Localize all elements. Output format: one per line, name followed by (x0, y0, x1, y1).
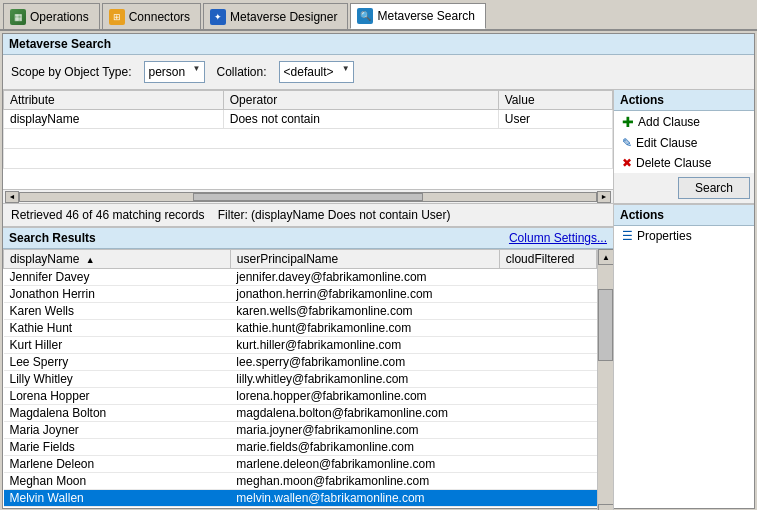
actions-bottom: Actions ☰ Properties (614, 204, 754, 246)
edit-clause-label: Edit Clause (636, 136, 697, 150)
table-row[interactable]: Kurt Hillerkurt.hiller@fabrikamonline.co… (4, 337, 597, 354)
table-row[interactable]: Lilly Whitleylilly.whitley@fabrikamonlin… (4, 371, 597, 388)
cell-cloudfiltered (499, 303, 596, 320)
properties-item[interactable]: ☰ Properties (614, 226, 754, 246)
collation-select[interactable]: <default> (279, 61, 354, 83)
cell-displayname: Marie Fields (4, 439, 231, 456)
table-row[interactable]: Maria Joynermaria.joyner@fabrikamonline.… (4, 422, 597, 439)
tab-bar: ▦ Operations ⊞ Connectors ✦ Metaverse De… (0, 0, 757, 31)
tab-metaverse-designer[interactable]: ✦ Metaverse Designer (203, 3, 348, 29)
properties-label: Properties (637, 229, 692, 243)
cell-cloudfiltered: true (499, 507, 596, 511)
tab-connectors[interactable]: ⊞ Connectors (102, 3, 201, 29)
actions-top-title: Actions (614, 90, 754, 111)
col-cloudfiltered[interactable]: cloudFiltered (499, 250, 596, 269)
cell-displayname: Magdalena Bolton (4, 405, 231, 422)
cell-displayname: Melvin Wallen (4, 490, 231, 507)
tab-metaverse-search[interactable]: 🔍 Metaverse Search (350, 3, 485, 29)
results-body: displayName ▲ userPrincipalName cloudFil… (3, 249, 613, 510)
scope-select[interactable]: person (144, 61, 205, 83)
delete-clause-icon: ✖ (622, 156, 632, 170)
cell-displayname: Kathie Hunt (4, 320, 231, 337)
main-panel: Metaverse Search Scope by Object Type: p… (2, 33, 755, 509)
left-panel: Attribute Operator Value displayName Doe… (3, 90, 614, 510)
table-row[interactable]: Melvin Wallenmelvin.wallen@fabrikamonlin… (4, 490, 597, 507)
connectors-icon: ⊞ (109, 9, 125, 25)
tab-operations[interactable]: ▦ Operations (3, 3, 100, 29)
tab-connectors-label: Connectors (129, 10, 190, 24)
cell-displayname: Lee Sperry (4, 354, 231, 371)
cell-cloudfiltered (499, 371, 596, 388)
table-row[interactable]: MSOL_0b0b7554b242MSOL_0b0b7554b242@fabri… (4, 507, 597, 511)
col-upn[interactable]: userPrincipalName (230, 250, 499, 269)
actions-top: Actions ✚ Add Clause ✎ Edit Clause ✖ Del… (614, 90, 754, 173)
table-row[interactable]: Jonathon Herrinjonathon.herrin@fabrikamo… (4, 286, 597, 303)
cell-displayname: Jennifer Davey (4, 269, 231, 286)
attr-cell-value: User (498, 110, 612, 129)
table-row[interactable]: Lorena Hopperlorena.hopper@fabrikamonlin… (4, 388, 597, 405)
properties-icon: ☰ (622, 229, 633, 243)
tab-operations-label: Operations (30, 10, 89, 24)
attr-row[interactable]: displayName Does not contain User (4, 110, 613, 129)
cell-cloudfiltered (499, 388, 596, 405)
cell-displayname: Lorena Hopper (4, 388, 231, 405)
table-row[interactable]: Marlene Deleonmarlene.deleon@fabrikamonl… (4, 456, 597, 473)
cell-userprincipalname: meghan.moon@fabrikamonline.com (230, 473, 499, 490)
attr-col-operator: Operator (223, 91, 498, 110)
hscroll-track[interactable] (19, 192, 597, 202)
edit-clause-icon: ✎ (622, 136, 632, 150)
cell-userprincipalname: kathie.hunt@fabrikamonline.com (230, 320, 499, 337)
results-table-scroll: displayName ▲ userPrincipalName cloudFil… (3, 249, 597, 510)
horizontal-scrollbar[interactable]: ◄ ► (3, 190, 613, 204)
table-row[interactable]: Magdalena Boltonmagdalena.bolton@fabrika… (4, 405, 597, 422)
hscroll-right-btn[interactable]: ► (597, 191, 611, 203)
content-layout: Attribute Operator Value displayName Doe… (3, 90, 754, 510)
table-row[interactable]: Meghan Moonmeghan.moon@fabrikamonline.co… (4, 473, 597, 490)
vscroll-thumb[interactable] (598, 289, 613, 361)
delete-clause-label: Delete Clause (636, 156, 711, 170)
section-title: Metaverse Search (3, 34, 754, 55)
table-row[interactable]: Marie Fieldsmarie.fields@fabrikamonline.… (4, 439, 597, 456)
vscroll-track[interactable] (598, 265, 613, 504)
table-row[interactable]: Lee Sperrylee.sperry@fabrikamonline.com (4, 354, 597, 371)
cell-cloudfiltered (499, 405, 596, 422)
add-clause-icon: ✚ (622, 114, 634, 130)
cell-userprincipalname: lilly.whitley@fabrikamonline.com (230, 371, 499, 388)
cell-displayname: Karen Wells (4, 303, 231, 320)
cell-userprincipalname: MSOL_0b0b7554b242@fabrikamonline.com (230, 507, 499, 511)
cell-userprincipalname: lorena.hopper@fabrikamonline.com (230, 388, 499, 405)
actions-bottom-title: Actions (614, 205, 754, 226)
status-text: Retrieved 46 of 46 matching records Filt… (11, 208, 451, 222)
cell-userprincipalname: marie.fields@fabrikamonline.com (230, 439, 499, 456)
status-bar: Retrieved 46 of 46 matching records Filt… (3, 204, 613, 227)
search-button-area: Search (614, 173, 754, 204)
hscroll-left-btn[interactable]: ◄ (5, 191, 19, 203)
col-displayname[interactable]: displayName ▲ (4, 250, 231, 269)
collation-select-wrapper[interactable]: <default> (279, 61, 354, 83)
vscroll-down-btn[interactable]: ▼ (598, 504, 613, 510)
attr-grid: Attribute Operator Value displayName Doe… (3, 90, 613, 190)
column-settings-link[interactable]: Column Settings... (509, 231, 607, 245)
metaverse-search-icon: 🔍 (357, 8, 373, 24)
cell-userprincipalname: jonathon.herrin@fabrikamonline.com (230, 286, 499, 303)
attr-cell-attribute: displayName (4, 110, 224, 129)
delete-clause-item[interactable]: ✖ Delete Clause (614, 153, 754, 173)
add-clause-item[interactable]: ✚ Add Clause (614, 111, 754, 133)
results-table: displayName ▲ userPrincipalName cloudFil… (3, 249, 597, 510)
table-row[interactable]: Karen Wellskaren.wells@fabrikamonline.co… (4, 303, 597, 320)
cell-cloudfiltered (499, 269, 596, 286)
cell-userprincipalname: karen.wells@fabrikamonline.com (230, 303, 499, 320)
hscroll-thumb[interactable] (193, 193, 423, 201)
cell-userprincipalname: maria.joyner@fabrikamonline.com (230, 422, 499, 439)
cell-cloudfiltered (499, 473, 596, 490)
vertical-scrollbar[interactable]: ▲ ▼ (597, 249, 613, 510)
filter-text: Filter: (displayName Does not contain Us… (218, 208, 451, 222)
cell-displayname: MSOL_0b0b7554b242 (4, 507, 231, 511)
table-row[interactable]: Jennifer Daveyjennifer.davey@fabrikamonl… (4, 269, 597, 286)
table-row[interactable]: Kathie Huntkathie.hunt@fabrikamonline.co… (4, 320, 597, 337)
vscroll-up-btn[interactable]: ▲ (598, 249, 613, 265)
edit-clause-item[interactable]: ✎ Edit Clause (614, 133, 754, 153)
scope-select-wrapper[interactable]: person (144, 61, 205, 83)
metaverse-designer-icon: ✦ (210, 9, 226, 25)
search-button[interactable]: Search (678, 177, 750, 199)
